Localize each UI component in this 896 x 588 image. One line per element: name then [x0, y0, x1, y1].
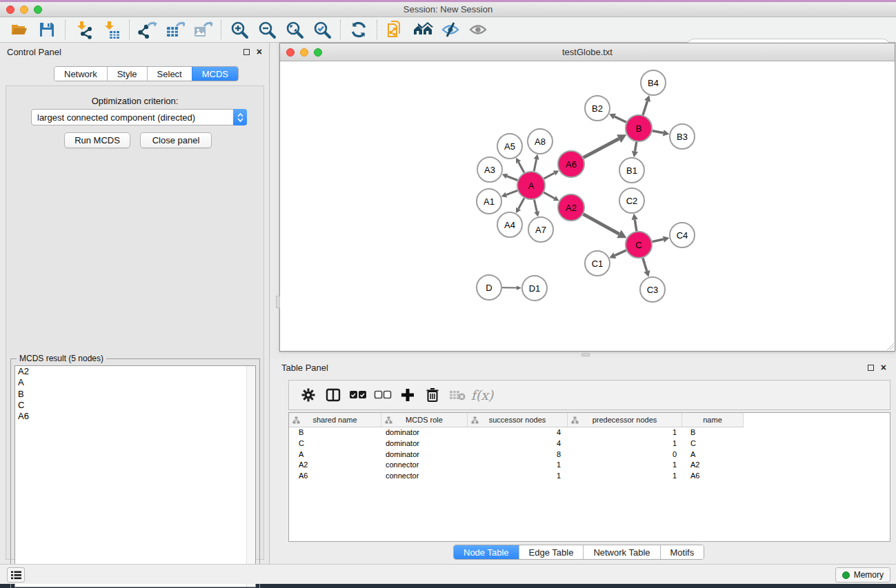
show-all-button[interactable] — [464, 19, 492, 41]
run-mcds-button[interactable]: Run MCDS — [64, 132, 130, 148]
export-table-button[interactable] — [161, 19, 189, 41]
table-cell[interactable]: C — [289, 438, 381, 449]
table-cell[interactable]: dominator — [381, 449, 468, 460]
graph-edge[interactable] — [506, 190, 518, 194]
table-cell[interactable]: 1 — [468, 471, 568, 482]
zoom-selected-button[interactable] — [308, 19, 336, 41]
task-history-button[interactable] — [7, 567, 25, 582]
window-left-grip[interactable] — [276, 296, 280, 308]
zoom-out-button[interactable] — [253, 19, 281, 41]
open-file-button[interactable] — [6, 19, 33, 41]
network-canvas[interactable]: B4B2BB3A8A5A6B1A3AA1C2A2A4A7C4CC1C3DD1 — [280, 61, 895, 351]
result-list-item[interactable]: A6 — [15, 411, 255, 422]
column-header[interactable]: shared name — [289, 413, 381, 427]
table-row[interactable]: Cdominator41C — [289, 438, 890, 449]
graph-edge[interactable] — [635, 142, 636, 152]
network-graph[interactable]: B4B2BB3A8A5A6B1A3AA1C2A2A4A7C4CC1C3DD1 — [280, 61, 895, 351]
graph-edge[interactable] — [643, 101, 648, 114]
function-builder-button[interactable]: f(x) — [470, 383, 495, 407]
save-session-button[interactable] — [33, 19, 61, 41]
select-all-rows-button[interactable] — [346, 383, 370, 407]
show-columns-button[interactable] — [321, 383, 346, 407]
graph-edge[interactable] — [615, 116, 626, 122]
result-list-item[interactable]: A — [15, 377, 255, 388]
window-resize-grip[interactable] — [887, 343, 894, 350]
deselect-all-rows-button[interactable] — [370, 383, 395, 407]
optimization-criterion-select[interactable]: largest connected component (directed) — [31, 109, 247, 125]
graph-edge[interactable] — [519, 162, 524, 172]
graph-edge[interactable] — [519, 198, 524, 208]
graph-edge[interactable] — [584, 214, 619, 234]
graph-edge[interactable] — [584, 139, 619, 157]
graph-edge[interactable] — [507, 176, 518, 180]
first-neighbors-button[interactable] — [409, 19, 437, 41]
graph-edge[interactable] — [615, 250, 626, 255]
tab-style[interactable]: Style — [107, 67, 147, 81]
table-cell[interactable]: A6 — [682, 471, 744, 482]
close-table-panel-icon[interactable]: × — [881, 363, 886, 372]
table-row[interactable]: Adominator80A — [289, 449, 890, 460]
tab-mcds[interactable]: MCDS — [192, 67, 238, 81]
table-cell[interactable]: 1 — [468, 460, 568, 471]
tab-node-table[interactable]: Node Table — [454, 545, 519, 559]
graph-edge[interactable] — [544, 173, 555, 179]
import-network-button[interactable] — [70, 19, 97, 41]
table-cell[interactable]: A — [682, 449, 744, 460]
table-cell[interactable]: 4 — [468, 427, 568, 438]
graph-edge[interactable] — [643, 258, 647, 271]
export-network-button[interactable] — [134, 19, 161, 41]
table-cell[interactable]: 8 — [468, 449, 568, 460]
table-cell[interactable]: dominator — [381, 438, 468, 449]
tab-select[interactable]: Select — [147, 67, 192, 81]
table-cell[interactable]: 1 — [568, 427, 682, 438]
zoom-in-button[interactable] — [226, 19, 253, 41]
panel-splitter-handle[interactable] — [581, 353, 590, 356]
table-cell[interactable]: 1 — [568, 471, 682, 482]
memory-button[interactable]: Memory — [835, 567, 890, 582]
column-header[interactable]: predecessor nodes — [568, 413, 682, 427]
table-cell[interactable]: dominator — [381, 427, 468, 438]
table-cell[interactable]: 1 — [568, 460, 682, 471]
table-cell[interactable]: connector — [381, 460, 468, 471]
delete-column-button[interactable] — [420, 383, 445, 407]
table-cell[interactable]: A2 — [682, 460, 744, 471]
tab-network[interactable]: Network — [54, 67, 107, 81]
table-cell[interactable]: A — [289, 449, 381, 460]
table-cell[interactable]: connector — [381, 471, 468, 482]
graph-edge[interactable] — [534, 200, 537, 212]
tab-motifs[interactable]: Motifs — [660, 545, 704, 559]
graph-edge[interactable] — [653, 131, 664, 133]
table-row[interactable]: A2connector11A2 — [289, 460, 890, 471]
column-header[interactable]: successor nodes — [468, 413, 568, 427]
table-cell[interactable]: 1 — [568, 438, 682, 449]
table-cell[interactable]: C — [682, 438, 744, 449]
zoom-fit-button[interactable] — [281, 19, 308, 41]
float-panel-icon[interactable] — [243, 49, 250, 55]
float-table-panel-icon[interactable] — [868, 365, 874, 371]
table-cell[interactable]: 4 — [468, 438, 568, 449]
graph-edge[interactable] — [653, 239, 664, 242]
table-settings-button[interactable] — [296, 383, 321, 407]
tab-edge-table[interactable]: Edge Table — [519, 545, 584, 559]
table-row[interactable]: Bdominator41B — [289, 427, 890, 438]
graph-edge[interactable] — [534, 159, 537, 171]
graph-edge[interactable] — [635, 219, 637, 231]
result-list-scrollbar[interactable] — [246, 366, 255, 587]
column-header[interactable]: MCDS role — [381, 413, 468, 427]
hide-selection-button[interactable] — [437, 19, 464, 41]
result-list-item[interactable]: B — [15, 389, 255, 400]
column-header[interactable]: name — [682, 413, 744, 427]
refresh-button[interactable] — [345, 19, 372, 41]
table-cell[interactable]: 0 — [568, 449, 682, 460]
table-cell[interactable]: B — [682, 427, 744, 438]
close-panel-icon[interactable]: × — [257, 47, 262, 57]
table-cell[interactable]: A2 — [289, 460, 381, 471]
close-panel-button[interactable]: Close panel — [140, 132, 212, 148]
table-cell[interactable]: B — [289, 427, 381, 438]
result-list-item[interactable]: A2 — [15, 366, 255, 377]
result-list-item[interactable]: C — [15, 400, 255, 411]
export-image-button[interactable] — [189, 19, 217, 41]
graph-edge[interactable] — [544, 192, 555, 199]
delete-table-button[interactable] — [445, 383, 470, 407]
create-column-button[interactable] — [395, 383, 420, 407]
